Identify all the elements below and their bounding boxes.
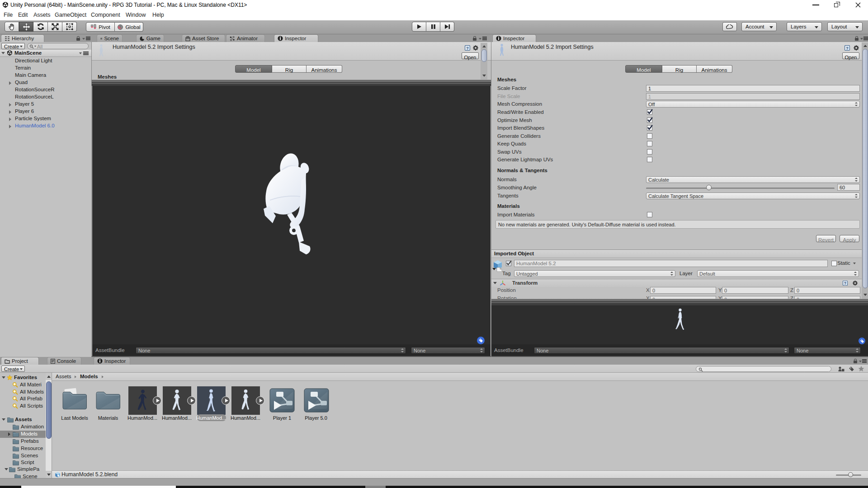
svg-text:?: ? [846,46,849,51]
svg-text:?: ? [844,281,846,286]
svg-text:?: ? [466,46,469,51]
